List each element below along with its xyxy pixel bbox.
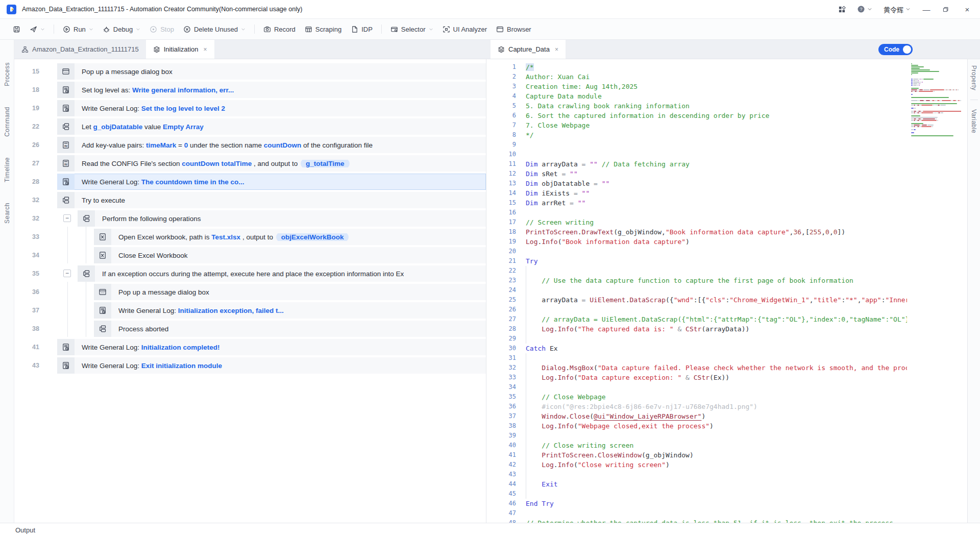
code-line-8[interactable]: 8*/ — [486, 130, 967, 140]
step-card[interactable]: Perform the following operations — [78, 210, 486, 227]
code-line-11[interactable]: 11Dim arrayData = "" // Data fetching ar… — [486, 159, 967, 169]
flow-step-33[interactable]: 33Open Excel workbook, path is Test.xlsx… — [14, 229, 486, 245]
step-card[interactable]: If an exception occurs during the attemp… — [78, 265, 486, 282]
code-line-35[interactable]: 35 // Close Webpage — [486, 392, 967, 402]
code-line-12[interactable]: 12Dim sRet = "" — [486, 169, 967, 179]
code-line-4[interactable]: 4Capture Data module — [486, 91, 967, 101]
code-line-36[interactable]: 36 #icon("@res:2bpie4c8-6j86-6e7v-nj17-u… — [486, 402, 967, 411]
code-line-21[interactable]: 21Try — [486, 256, 967, 266]
delete-unused-button[interactable]: Delete Unused — [179, 23, 250, 36]
apps-grid-icon[interactable] — [838, 6, 846, 13]
stop-button[interactable]: Stop — [145, 23, 179, 36]
code-line-2[interactable]: 2Author: Xuan Cai — [486, 72, 967, 82]
maximize-button[interactable] — [942, 6, 951, 13]
panel-tab-variable[interactable]: Variable — [970, 109, 977, 133]
code-line-46[interactable]: 46End Try — [486, 499, 967, 508]
step-card[interactable]: Write General Log: Initialization except… — [94, 302, 486, 319]
flow-step-19[interactable]: 19Write General Log: Set the log level t… — [14, 100, 486, 116]
code-line-24[interactable]: 24 — [486, 285, 967, 295]
code-line-43[interactable]: 43 — [486, 470, 967, 479]
code-line-18[interactable]: 18PrintToScreen.DrawText(g_objWindow,"Bo… — [486, 227, 967, 237]
minimize-button[interactable]: — — [922, 5, 931, 14]
idp-button[interactable]: IDP — [346, 23, 377, 36]
step-card[interactable]: Write General Log: The countdown time in… — [57, 174, 486, 190]
step-card[interactable]: INIRead the CONFIG File's section countD… — [57, 155, 486, 172]
code-line-25[interactable]: 25 arrayData = UiElement.DataScrap({"wnd… — [486, 295, 967, 305]
code-line-13[interactable]: 13Dim objDatatable = "" — [486, 179, 967, 188]
step-card[interactable]: INIAdd key-value pairs: timeMark = 0 und… — [57, 137, 486, 153]
code-line-3[interactable]: 3Creation time: Aug 14th,2025 — [486, 82, 967, 91]
code-line-20[interactable]: 20 — [486, 247, 967, 256]
sidebar-tab-timeline[interactable]: Timeline — [4, 157, 11, 182]
code-line-27[interactable]: 27 // arrayData = UiElement.DataScrap({"… — [486, 314, 967, 324]
code-line-39[interactable]: 39 — [486, 431, 967, 441]
sidebar-tab-command[interactable]: Command — [4, 107, 11, 137]
code-line-19[interactable]: 19Log.Info("Book information data captur… — [486, 237, 967, 247]
step-card[interactable]: Try to execute — [57, 192, 486, 208]
code-line-47[interactable]: 47 — [486, 508, 967, 518]
close-button[interactable]: × — [963, 5, 972, 14]
code-line-29[interactable]: 29 — [486, 334, 967, 344]
browser-button[interactable]: Browser — [492, 23, 536, 36]
flow-step-43[interactable]: 43Write General Log: Exit initialization… — [14, 357, 486, 374]
code-line-45[interactable]: 45 — [486, 489, 967, 499]
step-card[interactable]: Open Excel workbook, path is Test.xlsx ,… — [94, 229, 486, 245]
flow-step-38[interactable]: 38Process aborted — [14, 321, 486, 337]
flow-editor[interactable]: 15Pop up a message dialog box18Set log l… — [14, 59, 486, 523]
publish-button[interactable] — [25, 23, 50, 36]
scraping-button[interactable]: Scraping — [300, 23, 346, 36]
panel-tab-property[interactable]: Property — [970, 65, 977, 90]
close-tab-icon[interactable]: × — [555, 46, 558, 53]
code-line-14[interactable]: 14Dim iExists = "" — [486, 188, 967, 198]
code-line-44[interactable]: 44 Exit — [486, 479, 967, 489]
step-card[interactable]: Pop up a message dialog box — [57, 63, 486, 80]
code-line-16[interactable]: 16 — [486, 208, 967, 217]
flow-step-36[interactable]: 36Pop up a message dialog box — [14, 284, 486, 300]
flow-step-32[interactable]: 32Try to execute — [14, 192, 486, 208]
ui-analyzer-button[interactable]: UI Analyzer — [438, 23, 492, 36]
flow-step-27[interactable]: 27INIRead the CONFIG File's section coun… — [14, 155, 486, 172]
code-line-31[interactable]: 31 — [486, 353, 967, 363]
code-line-41[interactable]: 41 PrintToScreen.CloseWindow(g_objWindow… — [486, 450, 967, 460]
code-line-30[interactable]: 30Catch Ex — [486, 344, 967, 353]
tab-amazon-data-extraction-11111715[interactable]: Amazon_Data_Extraction_11111715 — [14, 40, 146, 59]
code-line-7[interactable]: 77. Close Webpage — [486, 120, 967, 130]
code-line-33[interactable]: 33 Log.Info("Data capture exception: " &… — [486, 373, 967, 382]
code-editor[interactable]: 1/*2Author: Xuan Cai3Creation time: Aug … — [486, 59, 967, 523]
sidebar-tab-process[interactable]: Process — [4, 62, 11, 86]
code-line-5[interactable]: 55. Data crawling book ranking informati… — [486, 101, 967, 111]
flow-step-18[interactable]: 18Set log level as: Write general inform… — [14, 82, 486, 98]
run-button[interactable]: Run — [58, 23, 98, 36]
collapse-toggle[interactable]: − — [63, 214, 71, 222]
selector-button[interactable]: Selector — [386, 23, 438, 36]
code-minimap[interactable] — [911, 63, 961, 137]
step-card[interactable]: Close Excel Workbook — [94, 247, 486, 263]
code-toggle[interactable]: Code — [878, 44, 913, 55]
flow-step-28[interactable]: 28Write General Log: The countdown time … — [14, 174, 486, 190]
record-button[interactable]: Record — [259, 23, 300, 36]
code-line-37[interactable]: 37 Window.Close(@ui"Window_LaiyeRPABrows… — [486, 411, 967, 421]
code-line-26[interactable]: 26 — [486, 305, 967, 314]
step-card[interactable]: Let g_objDatatable value Empty Array — [57, 118, 486, 135]
step-card[interactable]: Set log level as: Write general informat… — [57, 82, 486, 98]
save-button[interactable] — [8, 23, 25, 36]
code-line-23[interactable]: 23 // Use the data capture function to c… — [486, 276, 967, 285]
debug-button[interactable]: Debug — [98, 23, 145, 36]
code-line-48[interactable]: 48// Determine whether the captured data… — [486, 518, 967, 523]
flow-step-32[interactable]: 32−Perform the following operations — [14, 210, 486, 227]
code-line-6[interactable]: 66. Sort the captured information in des… — [486, 111, 967, 120]
step-card[interactable]: Write General Log: Set the log level to … — [57, 100, 486, 116]
code-line-15[interactable]: 15Dim arrRet = "" — [486, 198, 967, 208]
code-line-42[interactable]: 42 Log.Info("Close writing screen") — [486, 460, 967, 470]
flow-step-34[interactable]: 34Close Excel Workbook — [14, 247, 486, 263]
step-card[interactable]: Write General Log: Exit initialization m… — [57, 357, 486, 374]
user-menu[interactable]: 黄令辉 — [884, 5, 911, 14]
code-line-10[interactable]: 10 — [486, 150, 967, 159]
code-line-38[interactable]: 38 Log.Info("Webpage closed,exit the pro… — [486, 421, 967, 431]
code-line-40[interactable]: 40 // Close writing screen — [486, 441, 967, 450]
collapse-toggle[interactable]: − — [63, 270, 71, 277]
help-button[interactable]: ? — [857, 5, 872, 13]
code-line-32[interactable]: 32 Dialog.MsgBox("Data capture failed. P… — [486, 363, 967, 373]
code-line-22[interactable]: 22 — [486, 266, 967, 276]
step-card[interactable]: Process aborted — [94, 321, 486, 337]
